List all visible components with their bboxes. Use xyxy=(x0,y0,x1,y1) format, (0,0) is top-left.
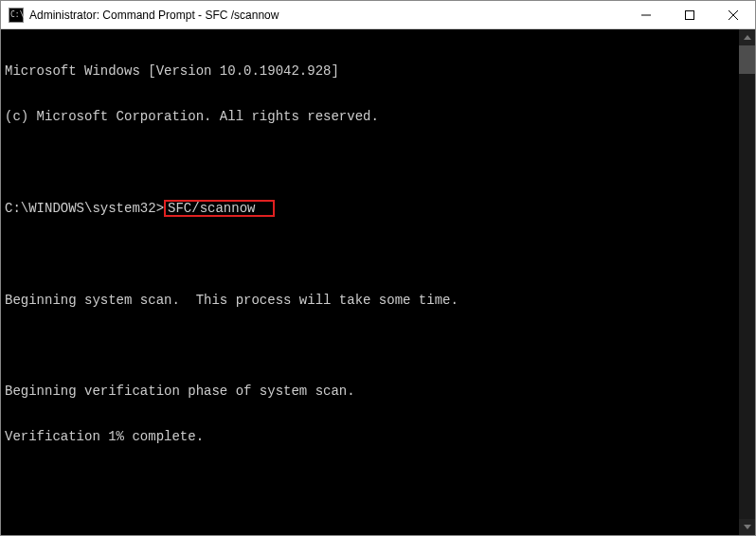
command-text: SFC/scannow xyxy=(168,201,255,216)
terminal-area[interactable]: Microsoft Windows [Version 10.0.19042.92… xyxy=(1,29,755,535)
scrollbar-thumb[interactable] xyxy=(739,45,755,74)
titlebar[interactable]: C:\ Administrator: Command Prompt - SFC … xyxy=(1,1,755,29)
maximize-button[interactable] xyxy=(668,1,711,28)
close-button[interactable] xyxy=(711,1,755,28)
output-line xyxy=(5,338,739,353)
command-highlight: SFC/scannow xyxy=(164,200,275,217)
window-controls xyxy=(624,1,755,28)
terminal-output: Microsoft Windows [Version 10.0.19042.92… xyxy=(1,29,739,535)
svg-marker-8 xyxy=(744,525,751,529)
prompt-path: C:\WINDOWS\system32> xyxy=(5,201,164,216)
output-line: Microsoft Windows [Version 10.0.19042.92… xyxy=(5,63,739,79)
scrollbar[interactable] xyxy=(739,29,755,535)
minimize-button[interactable] xyxy=(624,1,668,28)
svg-marker-7 xyxy=(744,35,751,40)
svg-text:C:\: C:\ xyxy=(10,10,24,19)
output-line: (c) Microsoft Corporation. All rights re… xyxy=(5,109,739,124)
output-line: Beginning system scan. This process will… xyxy=(5,293,739,308)
output-line xyxy=(5,154,739,170)
scrollbar-up-button[interactable] xyxy=(739,29,755,45)
cmd-icon: C:\ xyxy=(9,8,24,23)
output-line: Verification 1% complete. xyxy=(5,429,739,444)
scrollbar-down-button[interactable] xyxy=(739,519,755,535)
output-line: Beginning verification phase of system s… xyxy=(5,384,739,399)
prompt-line: C:\WINDOWS\system32>SFC/scannow xyxy=(5,200,739,217)
svg-rect-4 xyxy=(686,10,694,19)
window-title: Administrator: Command Prompt - SFC /sca… xyxy=(29,9,624,22)
output-line xyxy=(5,247,739,262)
